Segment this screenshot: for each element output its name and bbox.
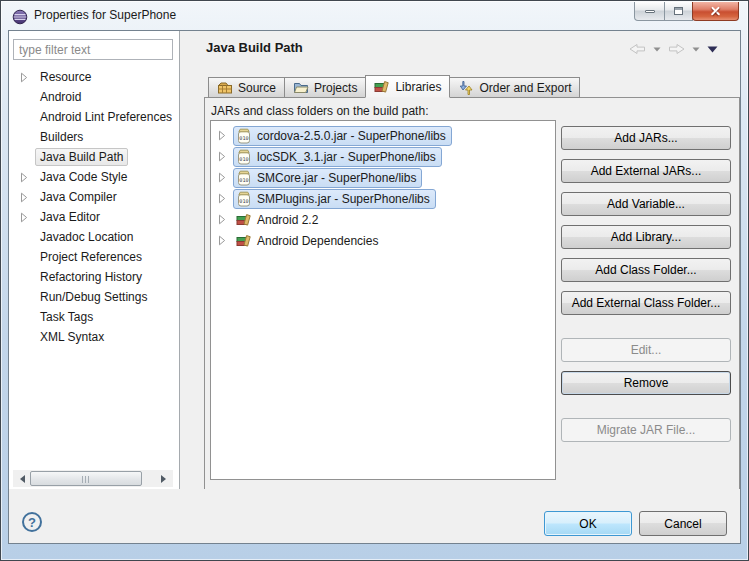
list-item-android-dependencies[interactable]: Android Dependencies <box>211 230 555 251</box>
expander-icon[interactable] <box>20 111 35 123</box>
button-add-external-jars[interactable]: Add External JARs... <box>561 159 731 183</box>
filter-input[interactable] <box>13 39 173 60</box>
list-item-box: 010 locSDK_3.1.jar - SuperPhone/libs <box>233 147 442 167</box>
sidebar-item-android[interactable]: Android <box>9 87 178 107</box>
tab-order-and-export[interactable]: Order and Export <box>449 77 580 98</box>
sidebar-item-label: Resource <box>35 68 96 86</box>
scroll-right-button[interactable] <box>156 470 173 487</box>
scroll-left-button[interactable] <box>13 470 30 487</box>
expander-icon[interactable] <box>20 131 35 143</box>
expander-icon[interactable] <box>20 231 35 243</box>
expander-icon[interactable] <box>20 311 35 323</box>
sidebar-item-label: Android <box>35 88 86 106</box>
sidebar-item-label: Java Code Style <box>35 168 132 186</box>
expander-icon[interactable] <box>20 331 35 343</box>
close-button[interactable] <box>692 2 739 21</box>
titlebar[interactable]: Properties for SuperPhone <box>2 2 747 30</box>
list-item-android-2-2[interactable]: Android 2.2 <box>211 209 555 230</box>
expander-icon[interactable] <box>20 271 35 283</box>
sidebar-item-label: Task Tags <box>35 308 98 326</box>
back-button[interactable] <box>629 43 646 55</box>
list-item-box: 010 SMPlugins.jar - SuperPhone/libs <box>233 189 436 209</box>
sidebar-item-xml-syntax[interactable]: XML Syntax <box>9 327 178 347</box>
button-add-library[interactable]: Add Library... <box>561 225 731 249</box>
list-item-box: 010 cordova-2.5.0.jar - SuperPhone/libs <box>233 126 452 146</box>
sidebar-item-resource[interactable]: Resource <box>9 67 178 87</box>
button-add-external-class-folder[interactable]: Add External Class Folder... <box>561 291 731 315</box>
expander-icon[interactable] <box>20 291 35 303</box>
minimize-button[interactable] <box>634 2 665 21</box>
cancel-button[interactable]: Cancel <box>639 511 727 536</box>
action-buttons: Add JARs... Add External JARs... Add Var… <box>561 126 731 451</box>
button-edit: Edit... <box>561 338 731 362</box>
button-label: Add Library... <box>611 230 681 244</box>
expander-icon[interactable] <box>218 130 233 142</box>
expander-icon[interactable] <box>20 91 35 103</box>
folder-icon <box>293 80 309 96</box>
button-add-variable[interactable]: Add Variable... <box>561 192 731 216</box>
sidebar-item-java-editor[interactable]: Java Editor <box>9 207 178 227</box>
jar-icon: 010 <box>236 128 252 144</box>
sidebar-item-java-code-style[interactable]: Java Code Style <box>9 167 178 187</box>
svg-text:010: 010 <box>239 155 248 161</box>
forward-dropdown-icon[interactable] <box>692 47 700 52</box>
build-path-list[interactable]: 010 cordova-2.5.0.jar - SuperPhone/libs … <box>210 120 556 480</box>
expander-icon[interactable] <box>20 251 35 263</box>
jar-icon: 010 <box>236 191 252 207</box>
scroll-right-icon <box>161 475 170 483</box>
expander-icon[interactable] <box>218 172 233 184</box>
list-item-locsdk-3-1-jar-superphone-libs[interactable]: 010 locSDK_3.1.jar - SuperPhone/libs <box>211 146 555 167</box>
sidebar-item-javadoc-location[interactable]: Javadoc Location <box>9 227 178 247</box>
sidebar-item-java-build-path[interactable]: Java Build Path <box>9 147 178 167</box>
button-label: Migrate JAR File... <box>597 423 696 437</box>
button-add-class-folder[interactable]: Add Class Folder... <box>561 258 731 282</box>
expander-icon[interactable] <box>218 193 233 205</box>
list-item-smcore-jar-superphone-libs[interactable]: 010 SMCore.jar - SuperPhone/libs <box>211 167 555 188</box>
expander-icon[interactable] <box>218 214 233 226</box>
maximize-button[interactable] <box>664 2 693 21</box>
sidebar-item-project-references[interactable]: Project References <box>9 247 178 267</box>
main-panel: Java Build Path <box>181 31 740 491</box>
library-icon <box>236 233 252 249</box>
forward-button[interactable] <box>668 43 685 55</box>
eclipse-icon[interactable] <box>12 9 28 25</box>
button-label: Add Variable... <box>607 197 685 211</box>
help-button[interactable]: ? <box>22 512 42 532</box>
sidebar-item-refactoring-history[interactable]: Refactoring History <box>9 267 178 287</box>
sidebar-item-builders[interactable]: Builders <box>9 127 178 147</box>
minimize-icon <box>645 10 655 13</box>
expander-icon[interactable] <box>20 171 35 183</box>
tab-libraries[interactable]: Libraries <box>365 75 450 98</box>
expander-icon[interactable] <box>20 191 35 203</box>
back-dropdown-icon[interactable] <box>653 47 661 52</box>
close-icon <box>710 6 721 17</box>
svg-text:010: 010 <box>239 197 248 203</box>
list-item-label: SMPlugins.jar - SuperPhone/libs <box>257 192 430 206</box>
history-nav <box>629 43 718 55</box>
tab-source[interactable]: Source <box>208 77 285 98</box>
tab-bar: Source Projects Libraries Order and Expo… <box>208 75 579 98</box>
list-item-cordova-2-5-0-jar-superphone-libs[interactable]: 010 cordova-2.5.0.jar - SuperPhone/libs <box>211 125 555 146</box>
view-menu-icon[interactable] <box>707 46 718 53</box>
sidebar-item-run-debug-settings[interactable]: Run/Debug Settings <box>9 287 178 307</box>
sidebar-item-label: XML Syntax <box>35 328 109 346</box>
ok-button[interactable]: OK <box>544 511 632 536</box>
expander-icon[interactable] <box>20 71 35 83</box>
expander-icon[interactable] <box>20 211 35 223</box>
sidebar-item-android-lint-preferences[interactable]: Android Lint Preferences <box>9 107 178 127</box>
list-item-label: cordova-2.5.0.jar - SuperPhone/libs <box>257 129 446 143</box>
sidebar-tree: Resource Android Android Lint Preference… <box>9 67 178 347</box>
button-remove[interactable]: Remove <box>561 371 731 395</box>
sidebar: Resource Android Android Lint Preference… <box>9 31 180 491</box>
list-item-smplugins-jar-superphone-libs[interactable]: 010 SMPlugins.jar - SuperPhone/libs <box>211 188 555 209</box>
sidebar-item-java-compiler[interactable]: Java Compiler <box>9 187 178 207</box>
expander-icon[interactable] <box>20 151 35 163</box>
scroll-thumb[interactable] <box>30 471 142 486</box>
expander-icon[interactable] <box>218 151 233 163</box>
tab-label: Projects <box>314 81 357 95</box>
expander-icon[interactable] <box>218 235 233 247</box>
tab-projects[interactable]: Projects <box>284 77 366 98</box>
sidebar-item-task-tags[interactable]: Task Tags <box>9 307 178 327</box>
button-add-jars[interactable]: Add JARs... <box>561 126 731 150</box>
tab-label: Source <box>238 81 276 95</box>
